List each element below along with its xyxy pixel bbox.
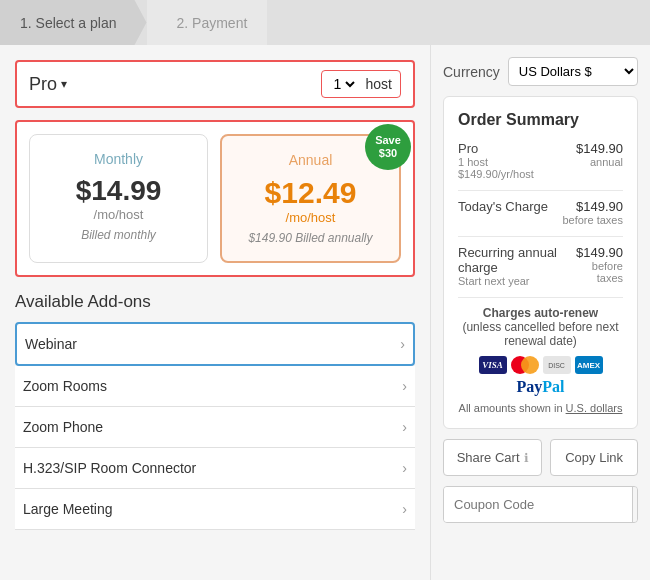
- progress-bar: 1. Select a plan 2. Payment: [0, 0, 650, 45]
- share-cart-label: Share Cart: [457, 450, 520, 465]
- progress-step-1: 1. Select a plan: [0, 0, 147, 45]
- summary-pro-type: annual: [576, 156, 623, 168]
- order-summary-title: Order Summary: [458, 111, 623, 129]
- auto-renew-sub: (unless cancelled before next renewal da…: [462, 320, 618, 348]
- coupon-input[interactable]: [444, 487, 632, 522]
- amex-icon: AMEX: [575, 356, 603, 374]
- monthly-unit: /mo/host: [46, 207, 191, 222]
- monthly-card[interactable]: Monthly $14.99 /mo/host Billed monthly: [29, 134, 208, 263]
- copy-link-button[interactable]: Copy Link: [550, 439, 638, 476]
- host-count-select[interactable]: 123: [330, 75, 358, 93]
- addon-chevron-sip: ›: [402, 460, 407, 476]
- auto-renew-label: Charges auto-renew: [483, 306, 598, 320]
- amounts-note: All amounts shown in U.S. dollars: [458, 402, 623, 414]
- paypal-icon: PayPal: [517, 378, 565, 396]
- addons-section: Available Add-ons Webinar › Zoom Rooms ›…: [15, 292, 415, 530]
- addon-chevron-webinar: ›: [400, 336, 405, 352]
- addon-label-webinar: Webinar: [25, 336, 77, 352]
- summary-today-row: Today's Charge $149.90 before taxes: [458, 199, 623, 226]
- summary-pro-label: Pro: [458, 141, 534, 156]
- action-row: Share Cart ℹ Copy Link: [443, 439, 638, 476]
- coupon-row: Apply: [443, 486, 638, 523]
- summary-pro-label-col: Pro 1 host $149.90/yr/host: [458, 141, 534, 180]
- auto-renew-text: Charges auto-renew (unless cancelled bef…: [458, 306, 623, 348]
- app-container: 1. Select a plan 2. Payment Pro ▾ 123 ho…: [0, 0, 650, 580]
- amounts-currency: U.S. dollars: [566, 402, 623, 414]
- progress-step-2: 2. Payment: [147, 0, 268, 45]
- addon-label-sip: H.323/SIP Room Connector: [23, 460, 196, 476]
- discover-icon: DISC: [543, 356, 571, 374]
- pricing-cards: Monthly $14.99 /mo/host Billed monthly S…: [15, 120, 415, 277]
- plan-header: Pro ▾ 123 host: [15, 60, 415, 108]
- addon-chevron-large-meeting: ›: [402, 501, 407, 517]
- copy-link-label: Copy Link: [565, 450, 623, 465]
- annual-price: $12.49: [238, 176, 383, 210]
- summary-pro-detail2: $149.90/yr/host: [458, 168, 534, 180]
- host-selector[interactable]: 123 host: [321, 70, 401, 98]
- divider-2: [458, 236, 623, 237]
- addon-item-webinar[interactable]: Webinar ›: [15, 322, 415, 366]
- summary-today-subtext: before taxes: [562, 214, 623, 226]
- addon-label-large-meeting: Large Meeting: [23, 501, 113, 517]
- currency-select[interactable]: US Dollars $: [508, 57, 638, 86]
- summary-today-value: $149.90: [562, 199, 623, 214]
- summary-pro-row: Pro 1 host $149.90/yr/host $149.90 annua…: [458, 141, 623, 180]
- summary-today-label: Today's Charge: [458, 199, 548, 214]
- summary-pro-detail1: 1 host: [458, 156, 534, 168]
- summary-recurring-subtext: Start next year: [458, 275, 574, 287]
- summary-recurring-label-col: Recurring annual charge Start next year: [458, 245, 574, 287]
- share-cart-button[interactable]: Share Cart ℹ: [443, 439, 542, 476]
- currency-row: Currency US Dollars $: [443, 57, 638, 86]
- annual-unit: /mo/host: [238, 210, 383, 225]
- step2-label: 2. Payment: [177, 15, 248, 31]
- summary-pro-value-col: $149.90 annual: [576, 141, 623, 168]
- divider-3: [458, 297, 623, 298]
- plan-name-section[interactable]: Pro ▾: [29, 74, 67, 95]
- summary-recurring-subvalue: before taxes: [574, 260, 623, 284]
- mastercard-icon: [511, 356, 539, 374]
- addon-chevron-zoom-phone: ›: [402, 419, 407, 435]
- order-summary: Order Summary Pro 1 host $149.90/yr/host…: [443, 96, 638, 429]
- annual-card[interactable]: Save $30 Annual $12.49 /mo/host $149.90 …: [220, 134, 401, 263]
- addon-item-sip[interactable]: H.323/SIP Room Connector ›: [15, 448, 415, 489]
- visa-icon: VISA: [479, 356, 507, 374]
- addons-title: Available Add-ons: [15, 292, 415, 312]
- addon-label-zoom-rooms: Zoom Rooms: [23, 378, 107, 394]
- save-amount: $30: [379, 147, 397, 160]
- main-content: Pro ▾ 123 host Monthly $14.99 /mo/host: [0, 45, 650, 580]
- apply-button[interactable]: Apply: [632, 487, 638, 522]
- monthly-label: Monthly: [46, 151, 191, 167]
- plan-name: Pro: [29, 74, 57, 95]
- addon-item-zoom-phone[interactable]: Zoom Phone ›: [15, 407, 415, 448]
- summary-recurring-value: $149.90: [574, 245, 623, 260]
- plan-dropdown-arrow: ▾: [61, 77, 67, 91]
- addon-item-zoom-rooms[interactable]: Zoom Rooms ›: [15, 366, 415, 407]
- summary-pro-value: $149.90: [576, 141, 623, 156]
- monthly-billing: Billed monthly: [46, 228, 191, 242]
- step1-label: 1. Select a plan: [20, 15, 117, 31]
- right-panel: Currency US Dollars $ Order Summary Pro …: [430, 45, 650, 580]
- info-icon: ℹ: [524, 451, 529, 465]
- save-badge: Save $30: [365, 124, 411, 170]
- addon-list: Webinar › Zoom Rooms › Zoom Phone › H.32…: [15, 322, 415, 530]
- summary-recurring-value-col: $149.90 before taxes: [574, 245, 623, 284]
- payment-icons: VISA DISC AMEX PayPal: [458, 356, 623, 396]
- summary-today-label-col: Today's Charge: [458, 199, 548, 214]
- currency-label: Currency: [443, 64, 500, 80]
- summary-recurring-label: Recurring annual charge: [458, 245, 574, 275]
- annual-label: Annual: [238, 152, 383, 168]
- addon-label-zoom-phone: Zoom Phone: [23, 419, 103, 435]
- divider-1: [458, 190, 623, 191]
- annual-billing: $149.90 Billed annually: [238, 231, 383, 245]
- save-text: Save: [375, 134, 401, 147]
- left-panel: Pro ▾ 123 host Monthly $14.99 /mo/host: [0, 45, 430, 580]
- monthly-price: $14.99: [46, 175, 191, 207]
- host-label: host: [366, 76, 392, 92]
- addon-chevron-zoom-rooms: ›: [402, 378, 407, 394]
- summary-today-value-col: $149.90 before taxes: [562, 199, 623, 226]
- addon-item-large-meeting[interactable]: Large Meeting ›: [15, 489, 415, 530]
- amounts-note-text: All amounts shown in: [459, 402, 563, 414]
- summary-recurring-row: Recurring annual charge Start next year …: [458, 245, 623, 287]
